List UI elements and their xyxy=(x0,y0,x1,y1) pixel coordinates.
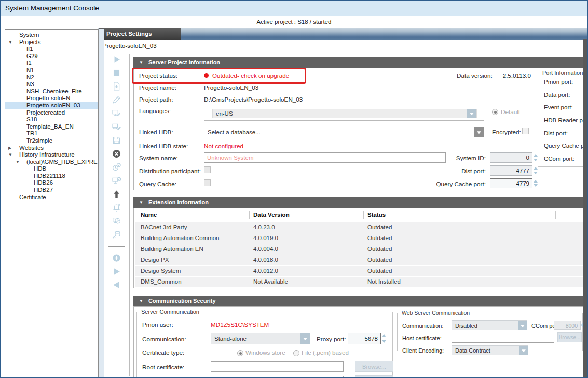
system-id-field[interactable]: 0 xyxy=(490,152,532,163)
table-row[interactable]: BACnet 3rd Party4.0.23.0Outdated xyxy=(135,222,583,233)
section-header-server-project-information[interactable]: ▼Server Project Information xyxy=(133,57,584,68)
tree-item-websites[interactable]: ▶Websites xyxy=(5,145,98,152)
tree-item-hdb221118[interactable]: HDB221118 xyxy=(5,173,98,180)
cancel-icon xyxy=(112,149,121,159)
vertical-scrollbar[interactable] xyxy=(583,39,587,377)
system-name-input[interactable] xyxy=(204,152,446,163)
edit-project-button[interactable] xyxy=(110,94,124,105)
validate-station-button[interactable] xyxy=(110,175,124,186)
tree-item-template-ba-en[interactable]: Template_BA_EN xyxy=(5,123,98,131)
chevron-down-icon[interactable] xyxy=(300,333,310,344)
host-certificate-browse-button[interactable]: Browse... xyxy=(355,375,393,377)
proxy-port-field[interactable]: 5678 xyxy=(348,333,381,344)
dist-port-field[interactable]: 4777 xyxy=(490,165,532,176)
tab-project-settings[interactable]: Project Settings xyxy=(99,28,181,40)
host-certificate-input[interactable] xyxy=(211,376,344,377)
expand-button[interactable] xyxy=(110,266,124,277)
root-certificate-browse-button[interactable]: Browse... xyxy=(355,361,393,372)
port-information-panel: Port Information Pmon port:Data port:Eve… xyxy=(538,69,584,167)
tree-item-system[interactable]: System xyxy=(5,32,98,39)
section-collapse-icon[interactable]: ▼ xyxy=(139,299,143,303)
chevron-down-icon[interactable] xyxy=(518,321,527,330)
file-pem-radio[interactable] xyxy=(293,350,299,356)
edit-station-button[interactable] xyxy=(110,108,124,119)
tree-item-projects[interactable]: ▼Projects xyxy=(5,39,98,46)
tree-item-n2[interactable]: N2 xyxy=(5,74,98,81)
tree-item-n3[interactable]: N3 xyxy=(5,81,98,88)
collapsed-arrow-icon[interactable]: ▶ xyxy=(8,145,11,152)
edit-computer-button[interactable] xyxy=(110,121,124,132)
ccom-port-field[interactable]: 8000 xyxy=(554,321,581,330)
section-header-communication-security[interactable]: ▼Communication Security xyxy=(133,296,584,306)
linked-hdb-state-value: Not configured xyxy=(204,143,243,149)
tree-item-nsh-cherokee-fire[interactable]: NSH_Cherokee_Fire xyxy=(5,88,98,95)
tree-scrollbar[interactable] xyxy=(99,29,104,377)
web-communication-dropdown[interactable]: Disabled xyxy=(452,320,527,330)
tree-item-certificate[interactable]: Certificate xyxy=(5,194,98,201)
server-communication-dropdown[interactable]: Stand-alone xyxy=(211,333,310,344)
root-certificate-input[interactable] xyxy=(211,361,344,372)
web-communication-label: Communication: xyxy=(402,323,443,329)
linked-hdb-dropdown[interactable]: Select a database... xyxy=(204,127,484,137)
expanded-arrow-icon[interactable]: ▼ xyxy=(16,159,20,166)
stop-project-button[interactable] xyxy=(110,67,124,78)
query-cache-checkbox[interactable] xyxy=(204,179,211,186)
tree-item-projectcreated[interactable]: Projectcreated xyxy=(5,109,98,117)
export-project-button[interactable] xyxy=(110,81,124,92)
tree-item-g29[interactable]: G29 xyxy=(5,53,98,60)
spinner-arrows-icon[interactable] xyxy=(382,333,387,344)
table-row[interactable]: Desigo PX4.0.018.0Outdated xyxy=(135,255,583,265)
notifications-off-icon xyxy=(112,203,121,213)
toolbar xyxy=(104,54,130,376)
distribution-participant-checkbox[interactable] xyxy=(204,166,211,173)
chevron-down-icon[interactable] xyxy=(474,127,484,137)
validate-project-button[interactable] xyxy=(110,162,124,173)
system-name-label: System name: xyxy=(139,155,178,161)
table-row[interactable]: Building Automation Common4.0.019.0Outda… xyxy=(135,233,583,244)
encrypted-checkbox[interactable] xyxy=(522,128,529,134)
tree-item-hdb27[interactable]: HDB27 xyxy=(5,187,98,194)
upgrade-project-button[interactable] xyxy=(110,189,124,200)
spinner-arrows-icon[interactable] xyxy=(534,178,538,188)
tree-item-ff1[interactable]: ff1 xyxy=(5,46,98,53)
tree-item--local-gms-hdb-express[interactable]: ▼(local)\GMS_HDB_EXPRESS xyxy=(5,159,98,166)
cleanup-database-button[interactable] xyxy=(110,229,124,240)
section-header-extension-information[interactable]: ▼Extension Information xyxy=(133,197,584,208)
default-language-radio[interactable] xyxy=(492,109,498,115)
windows-store-radio[interactable] xyxy=(237,350,243,356)
table-row[interactable]: DMS_CommonNot AvailableNot Installed xyxy=(135,277,583,287)
language-dropdown[interactable]: en-US xyxy=(212,109,477,118)
section-collapse-icon[interactable]: ▼ xyxy=(139,200,143,205)
expanded-arrow-icon[interactable]: ▼ xyxy=(8,39,12,46)
column-header-data-version: Data Version xyxy=(253,212,290,218)
web-host-certificate-browse-button[interactable]: Browse... xyxy=(557,332,582,342)
tree-item-hdb[interactable]: HDB xyxy=(5,165,98,173)
start-project-button[interactable] xyxy=(110,54,124,65)
tree-item-s18[interactable]: S18 xyxy=(5,116,98,123)
tree-item-progetto-soloen-03[interactable]: Progetto-soloEN_03 xyxy=(5,102,98,109)
cancel-button[interactable] xyxy=(110,148,124,159)
query-cache-port-field[interactable]: 4779 xyxy=(490,178,532,188)
tree-item-label: TR1 xyxy=(5,130,98,137)
client-encoding-dropdown[interactable]: Data Contract xyxy=(452,345,528,355)
chevron-down-icon[interactable] xyxy=(519,346,528,355)
spinner-arrows-icon[interactable] xyxy=(534,165,538,176)
tree-item-n1[interactable]: N1 xyxy=(5,67,98,74)
section-collapse-icon[interactable]: ▼ xyxy=(139,60,143,65)
save-button[interactable] xyxy=(110,135,124,146)
restore-project-button[interactable] xyxy=(110,216,124,227)
tree-item-history-infrastructure[interactable]: ▼History Infrastructure xyxy=(5,151,98,159)
collapse-button[interactable] xyxy=(110,279,124,290)
notifications-off-button[interactable] xyxy=(110,202,124,213)
chevron-down-icon[interactable] xyxy=(467,109,476,118)
table-row[interactable]: Desigo System4.0.012.0Outdated xyxy=(135,266,583,276)
tree-item-tr2simple[interactable]: Tr2simple xyxy=(5,137,98,145)
tree-item-hdb26[interactable]: HDB26 xyxy=(5,179,98,187)
tree-item-i1[interactable]: I1 xyxy=(5,60,98,67)
expanded-arrow-icon[interactable]: ▼ xyxy=(8,151,12,159)
web-host-certificate-input[interactable] xyxy=(452,333,554,343)
table-row[interactable]: Building Automation EN4.0.004.0Outdated xyxy=(135,244,583,255)
add-button[interactable] xyxy=(110,253,124,263)
tree-item-progetto-soloen[interactable]: Progetto-soloEN xyxy=(5,95,98,102)
tree-item-tr1[interactable]: TR1 xyxy=(5,130,98,137)
